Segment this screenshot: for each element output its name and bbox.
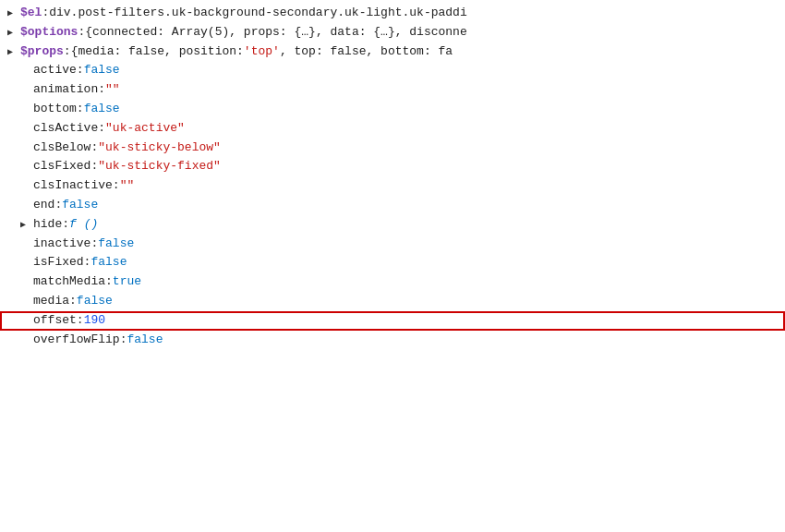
devtools-line-clsActive: clsActive: "uk-active": [0, 119, 785, 139]
code-token-key-purple: $el: [20, 4, 42, 23]
devtools-line-props[interactable]: $props: {media: false, position: 'top', …: [0, 42, 785, 62]
devtools-line-options[interactable]: $options: {connected: Array(5), props: {…: [0, 23, 785, 42]
devtools-line-media: media: false: [0, 292, 785, 311]
code-token-value-string: "": [120, 176, 135, 196]
devtools-line-clsBelow: clsBelow: "uk-sticky-below": [0, 139, 785, 158]
code-token-key-dark: active: [33, 61, 77, 80]
code-token-value-keyword: false: [91, 253, 127, 272]
code-token-value-string: "uk-sticky-fixed": [98, 157, 221, 176]
code-token-punctuation: :: [78, 23, 85, 42]
code-token-key-dark: , top: false, bottom: fa: [280, 42, 453, 62]
code-token-punctuation: :: [98, 80, 105, 100]
arrow-icon: [7, 26, 20, 41]
code-token-key-dark: clsInactive: [33, 176, 113, 196]
code-token-value-keyword: false: [84, 100, 120, 119]
code-token-key-purple: $props: [20, 42, 64, 62]
code-token-key-dark: hide: [33, 215, 62, 235]
devtools-line-end: end: false: [0, 196, 785, 215]
code-token-value-keyword: true: [113, 272, 141, 292]
code-token-value-keyword: false: [62, 196, 98, 215]
devtools-line-clsInactive: clsInactive: "": [0, 176, 785, 196]
devtools-line-el[interactable]: $el: div.post-filters.uk-background-seco…: [0, 4, 785, 23]
devtools-panel: $el: div.post-filters.uk-background-seco…: [0, 0, 785, 353]
devtools-line-hide[interactable]: hide: f (): [0, 215, 785, 235]
code-token-punctuation: :: [113, 176, 120, 196]
code-token-key-dark: overflowFlip: [33, 331, 120, 350]
code-token-punctuation: :: [98, 119, 105, 139]
code-token-value-string: "uk-sticky-below": [98, 139, 221, 158]
code-token-punctuation: :: [62, 215, 69, 235]
code-token-value-keyword: false: [98, 235, 134, 254]
code-token-key-dark: isFixed: [33, 253, 84, 272]
code-token-value-string: "uk-active": [105, 119, 185, 139]
code-token-key-dark: {media: false, position:: [71, 42, 244, 62]
arrow-icon: [7, 6, 20, 21]
code-token-punctuation: :: [91, 157, 98, 176]
code-token-key-dark: matchMedia: [33, 272, 105, 292]
code-token-key-dark: clsActive: [33, 119, 98, 139]
code-token-key-dark: clsBelow: [33, 139, 91, 158]
code-token-key-dark: animation: [33, 80, 98, 100]
devtools-line-clsFixed: clsFixed: "uk-sticky-fixed": [0, 157, 785, 176]
code-token-punctuation: :: [77, 61, 84, 80]
code-token-key-dark: clsFixed: [33, 157, 91, 176]
code-token-value-number: 190: [84, 311, 105, 331]
code-token-value-keyword: false: [77, 292, 113, 311]
code-token-punctuation: :: [105, 272, 113, 292]
code-token-punctuation: :: [120, 331, 127, 350]
code-token-key-dark: inactive: [33, 235, 91, 254]
devtools-line-active: active: false: [0, 61, 785, 80]
code-token-value-keyword: false: [84, 61, 120, 80]
devtools-line-isFixed: isFixed: false: [0, 253, 785, 272]
devtools-line-overflowFlip: overflowFlip: false: [0, 331, 785, 350]
code-token-punctuation: :: [42, 4, 49, 23]
devtools-line-offset: offset: 190: [0, 311, 785, 331]
code-token-key-purple: $options: [20, 23, 78, 42]
code-token-key-dark: bottom: [33, 100, 77, 119]
devtools-line-bottom: bottom: false: [0, 100, 785, 119]
devtools-line-animation: animation: "": [0, 80, 785, 100]
code-token-punctuation: :: [54, 196, 62, 215]
code-token-punctuation: :: [91, 139, 98, 158]
code-token-punctuation: :: [77, 311, 84, 331]
devtools-line-matchMedia: matchMedia: true: [0, 272, 785, 292]
code-token-punctuation: :: [77, 100, 84, 119]
code-token-value-string: "": [105, 80, 120, 100]
code-token-punctuation: :: [69, 292, 77, 311]
arrow-icon: [7, 45, 20, 60]
code-token-key-dark: end: [33, 196, 54, 215]
devtools-line-inactive: inactive: false: [0, 235, 785, 254]
code-token-punctuation: :: [64, 42, 71, 62]
code-token-key-dark: {connected: Array(5), props: {…}, data: …: [85, 23, 466, 42]
code-token-key-dark: offset: [33, 311, 77, 331]
code-token-key-dark: media: [33, 292, 69, 311]
code-token-value-string: 'top': [244, 42, 280, 62]
code-token-value-keyword: false: [127, 331, 163, 350]
code-token-punctuation: :: [84, 253, 91, 272]
arrow-icon: [20, 218, 33, 233]
code-token-value-function: f (): [69, 215, 98, 235]
code-token-punctuation: :: [91, 235, 98, 254]
code-token-key-dark: div.post-filters.uk-background-secondary…: [49, 4, 466, 23]
